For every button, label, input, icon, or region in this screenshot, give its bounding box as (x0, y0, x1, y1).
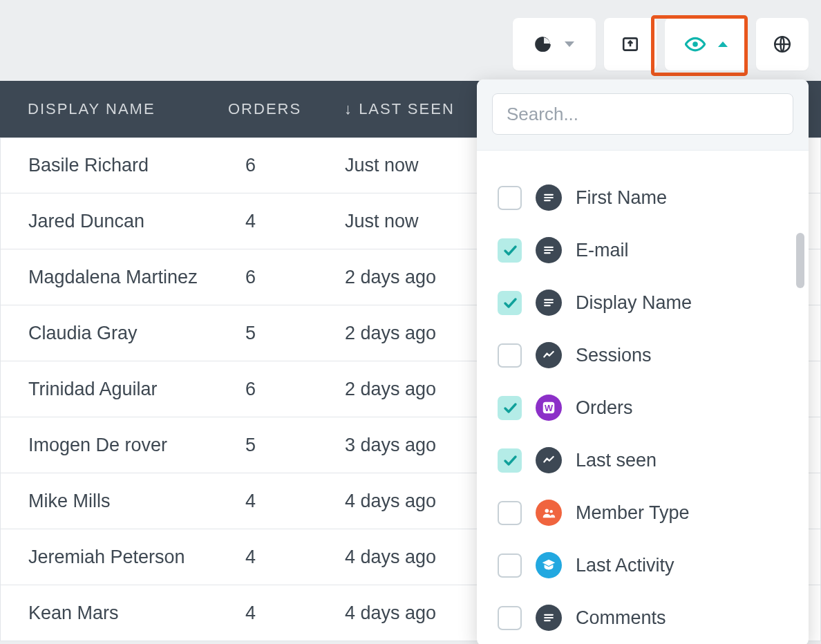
option-label: Comments (576, 607, 666, 629)
option-label: E-mail (576, 240, 629, 261)
checkbox[interactable] (498, 291, 522, 315)
option-label: Orders (576, 397, 633, 419)
cell-display-name: Trinidad Aguilar (1, 379, 229, 400)
toolbar (513, 18, 809, 70)
cell-last-seen: 4 days ago (332, 547, 436, 568)
option-label: First Name (576, 187, 667, 209)
column-option[interactable]: Display Name (498, 276, 788, 329)
cell-last-seen: 2 days ago (332, 379, 436, 400)
pie-chart-icon (534, 35, 552, 53)
option-label: Member Type (576, 502, 690, 524)
svg-text:W: W (545, 403, 554, 413)
text-icon (536, 290, 562, 316)
cell-last-seen: 2 days ago (332, 323, 436, 344)
cell-display-name: Claudia Gray (1, 323, 229, 344)
checkbox[interactable] (498, 606, 522, 630)
cell-orders: 4 (229, 211, 332, 232)
option-label: Display Name (576, 292, 692, 314)
text-icon (536, 605, 562, 631)
column-option[interactable]: WOrders (498, 381, 788, 434)
cell-last-seen: Just now (332, 211, 419, 232)
cell-display-name: Magdalena Martinez (1, 267, 229, 288)
globe-button[interactable] (756, 18, 809, 70)
sort-indicator-icon: ↓ (344, 100, 353, 117)
cell-orders: 4 (229, 603, 332, 624)
cell-last-seen: 3 days ago (332, 435, 436, 456)
svg-point-1 (692, 41, 698, 47)
cell-display-name: Jared Duncan (1, 211, 229, 232)
cell-last-seen: 4 days ago (332, 491, 436, 512)
cell-last-seen: Just now (332, 155, 419, 176)
checkbox[interactable] (498, 343, 522, 368)
option-label: Last seen (576, 450, 657, 471)
checkbox[interactable] (498, 238, 522, 263)
cell-display-name: Kean Mars (1, 603, 229, 624)
cell-orders: 6 (229, 267, 332, 288)
column-option[interactable]: Member Type (498, 486, 788, 539)
text-icon (536, 184, 562, 211)
column-option[interactable]: Sessions (498, 329, 788, 381)
cell-orders: 6 (229, 379, 332, 400)
cell-last-seen: 4 days ago (332, 603, 436, 624)
option-label: Sessions (576, 345, 652, 366)
eye-icon (685, 37, 706, 52)
svg-point-14 (545, 509, 549, 513)
column-option[interactable]: Last Activity (498, 539, 788, 591)
columns-panel: First NameE-mailDisplay NameSessionsWOrd… (477, 79, 809, 644)
checkbox[interactable] (498, 186, 522, 210)
column-header-display-name[interactable]: DISPLAY NAME (0, 100, 228, 118)
option-label: Last Activity (576, 555, 674, 576)
scrollbar-thumb[interactable] (796, 233, 804, 288)
panel-options-list: First NameE-mailDisplay NameSessionsWOrd… (477, 151, 809, 644)
column-option[interactable]: First Name (498, 171, 788, 224)
search-input[interactable] (492, 93, 793, 135)
cell-orders: 4 (229, 547, 332, 568)
cap-icon (536, 552, 562, 578)
columns-visibility-button[interactable] (665, 18, 748, 70)
caret-up-icon (718, 41, 728, 47)
cell-display-name: Mike Mills (1, 491, 229, 512)
svg-point-15 (549, 510, 552, 513)
trend-icon (536, 447, 562, 473)
column-option[interactable]: E-mail (498, 224, 788, 276)
export-icon (621, 35, 639, 53)
cell-display-name: Jeremiah Peterson (1, 547, 229, 568)
trend-icon (536, 342, 562, 368)
cell-display-name: Imogen De rover (1, 435, 229, 456)
column-option[interactable]: Last seen (498, 434, 788, 486)
panel-search-area (477, 79, 809, 151)
cell-last-seen: 2 days ago (332, 267, 436, 288)
people-icon (536, 500, 562, 526)
column-header-orders[interactable]: ORDERS (228, 100, 332, 118)
column-option[interactable]: Comments (498, 591, 788, 644)
cell-orders: 5 (229, 323, 332, 344)
export-button[interactable] (604, 18, 657, 70)
checkbox[interactable] (498, 448, 522, 473)
w-icon: W (536, 395, 562, 421)
cell-orders: 4 (229, 491, 332, 512)
checkbox[interactable] (498, 501, 522, 525)
globe-icon (773, 35, 791, 53)
checkbox[interactable] (498, 396, 522, 420)
cell-orders: 6 (229, 155, 332, 176)
cell-display-name: Basile Richard (1, 155, 229, 176)
checkbox[interactable] (498, 553, 522, 578)
cell-orders: 5 (229, 435, 332, 456)
chart-button[interactable] (513, 18, 596, 70)
column-header-last-seen[interactable]: ↓ LAST SEEN (332, 100, 455, 118)
caret-down-icon (565, 41, 574, 47)
text-icon (536, 237, 562, 263)
